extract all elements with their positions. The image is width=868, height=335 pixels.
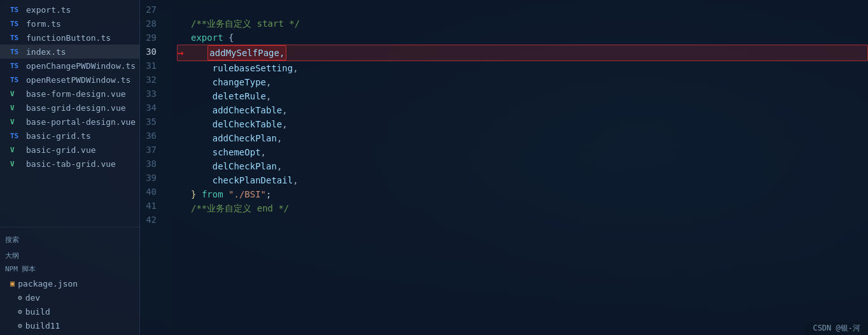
line-num-31: 31 (140, 59, 162, 73)
line-num-39: 39 (140, 171, 162, 185)
token-38-1: delCheckPlan (213, 159, 277, 173)
file-name-6: base-form-design.vue (26, 89, 126, 99)
file-name-0: export.ts (26, 5, 71, 15)
token-30-0 (186, 46, 208, 60)
npm-script-dev[interactable]: ⚙ dev (0, 290, 139, 304)
token-33-2: , (266, 89, 271, 103)
npm-script-build11-label: build11 (25, 321, 60, 331)
arrow-indicator-30: → (178, 46, 184, 60)
code-line-29: export { (177, 31, 868, 45)
sidebar-file-7[interactable]: Vbase-grid-design.vue (0, 101, 139, 115)
sidebar-file-5[interactable]: TSopenResetPWDWindow.ts (0, 73, 139, 87)
file-name-5: openResetPWDWindow.ts (26, 75, 130, 85)
file-type-icon-11: V (10, 160, 23, 168)
file-name-2: functionButton.ts (26, 33, 111, 43)
code-line-33: deleteRule, (177, 89, 868, 103)
sidebar-file-2[interactable]: TSfunctionButton.ts (0, 31, 139, 45)
token-32-1: changeType (213, 75, 266, 89)
sidebar-file-10[interactable]: Vbasic-grid.vue (0, 143, 139, 157)
line-num-32: 32 (140, 73, 162, 87)
token-35-0 (191, 117, 213, 131)
line-num-29: 29 (140, 31, 162, 45)
token-39-0 (191, 173, 213, 187)
token-31-1: rulebaseSetting (213, 61, 293, 75)
token-41-0: /**业务自定义 end */ (191, 201, 289, 215)
token-39-1: checkPlanDetail (213, 173, 293, 187)
file-type-icon-5: TS (10, 76, 23, 84)
code-line-36: addCheckPlan, (177, 131, 868, 145)
file-type-icon-7: V (10, 104, 23, 112)
sidebar-file-9[interactable]: TSbasic-grid.ts (0, 129, 139, 143)
sidebar-file-4[interactable]: TSopenChangePWDWindow.ts (0, 59, 139, 73)
token-35-1: delCheckTable (213, 117, 283, 131)
file-name-7: base-grid-design.vue (26, 103, 126, 113)
code-content: 27282930313233343536373839404142 /**业务自定… (140, 0, 868, 335)
file-type-icon-0: TS (10, 6, 23, 14)
file-name-1: form.ts (26, 19, 61, 29)
line-num-38: 38 (140, 157, 162, 171)
line-num-35: 35 (140, 115, 162, 129)
code-line-31: rulebaseSetting, (177, 61, 868, 75)
file-type-icon-8: V (10, 118, 23, 126)
line-num-40: 40 (140, 185, 162, 199)
file-name-10: basic-grid.vue (26, 145, 96, 155)
file-name-8: base-portal-design.vue (26, 117, 136, 127)
file-type-icon-4: TS (10, 62, 23, 70)
token-31-0 (191, 61, 213, 75)
token-28-0: /**业务自定义 start */ (191, 17, 300, 31)
code-line-30: → addMySelfPage, (177, 45, 868, 61)
token-36-2: , (277, 131, 282, 145)
code-line-32: changeType, (177, 75, 868, 89)
code-lines[interactable]: /**业务自定义 start */export {→ addMySelfPage… (172, 0, 868, 335)
token-37-0 (191, 145, 213, 159)
code-line-42 (177, 215, 868, 229)
code-line-39: checkPlanDetail, (177, 173, 868, 187)
token-36-0 (191, 131, 213, 145)
sidebar-file-1[interactable]: TSform.ts (0, 17, 139, 31)
code-line-35: delCheckTable, (177, 117, 868, 131)
token-36-1: addCheckPlan (213, 131, 277, 145)
token-40-1 (196, 187, 201, 201)
file-type-icon-10: V (10, 146, 23, 154)
npm-package-json[interactable]: ▣ package.json (0, 276, 139, 290)
npm-script-build11[interactable]: ⚙ build11 (0, 318, 139, 332)
token-40-3 (223, 187, 228, 201)
run-icon-2: ⚙ (18, 308, 22, 316)
token-34-1: addCheckTable (213, 103, 283, 117)
token-32-2: , (266, 75, 271, 89)
file-name-3: index.ts (26, 47, 66, 57)
npm-section-label: NPM 脚本 (0, 262, 139, 276)
sidebar-file-0[interactable]: TSexport.ts (0, 3, 139, 17)
sidebar-bottom: 搜索 大纲 NPM 脚本 ▣ package.json ⚙ dev ⚙ buil… (0, 227, 139, 335)
code-line-41: /**业务自定义 end */ (177, 201, 868, 215)
token-33-0 (191, 89, 213, 103)
file-type-icon-9: TS (10, 132, 23, 140)
npm-script-build[interactable]: ⚙ build (0, 304, 139, 318)
token-37-1: schemeOpt (213, 145, 261, 159)
token-39-2: , (293, 173, 298, 187)
main-container: TSexport.tsTSform.tsTSfunctionButton.tsT… (0, 0, 868, 335)
line-numbers: 27282930313233343536373839404142 (140, 0, 172, 335)
file-type-icon-1: TS (10, 20, 23, 28)
file-type-icon-2: TS (10, 34, 23, 42)
line-num-34: 34 (140, 101, 162, 115)
file-name-4: openChangePWDWindow.ts (26, 61, 136, 71)
token-32-0 (191, 75, 213, 89)
token-29-0: export (191, 31, 223, 45)
token-35-2: , (282, 117, 287, 131)
code-line-40: } from "./BSI"; (177, 187, 868, 201)
line-num-33: 33 (140, 87, 162, 101)
code-line-38: delCheckPlan, (177, 159, 868, 173)
npm-script-dev-label: dev (25, 293, 40, 303)
token-33-1: deleteRule (213, 89, 266, 103)
line-num-37: 37 (140, 143, 162, 157)
sidebar-file-8[interactable]: Vbase-portal-design.vue (0, 115, 139, 129)
sidebar-file-11[interactable]: Vbasic-tab-grid.vue (0, 157, 139, 171)
sidebar-file-3[interactable]: TSindex.ts (0, 45, 139, 59)
sidebar-file-6[interactable]: Vbase-form-design.vue (0, 87, 139, 101)
code-line-27 (177, 3, 868, 17)
token-38-2: , (277, 159, 282, 173)
code-line-37: schemeOpt, (177, 145, 868, 159)
line-num-28: 28 (140, 17, 162, 31)
json-icon: ▣ (10, 279, 15, 288)
